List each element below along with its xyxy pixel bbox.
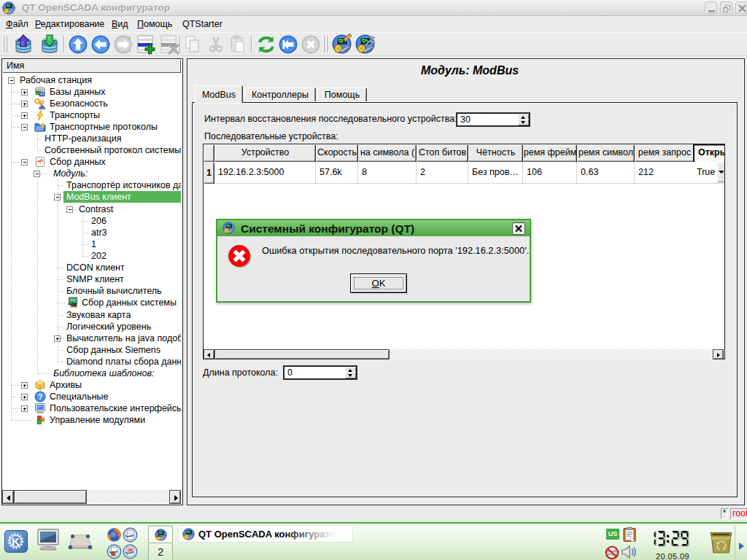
svg-text:K: K [12, 535, 20, 548]
svg-text:?: ? [38, 392, 43, 401]
